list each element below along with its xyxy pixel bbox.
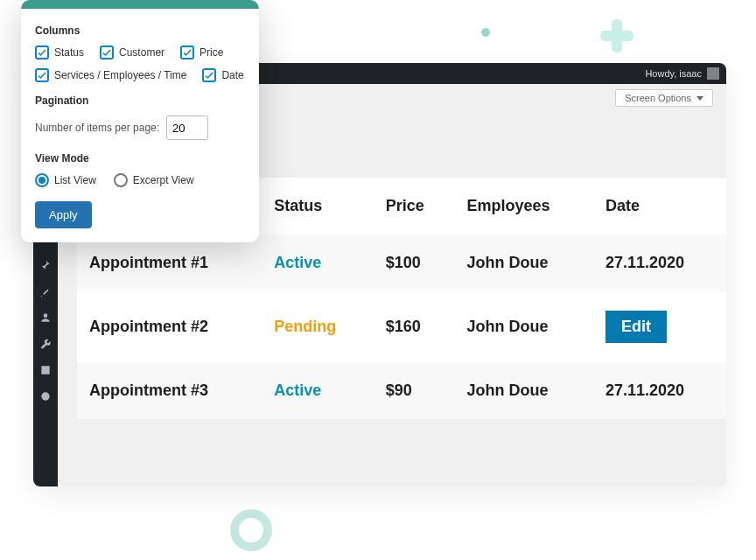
settings-icon[interactable]: [39, 364, 52, 376]
column-checkbox[interactable]: Customer: [100, 46, 164, 60]
columns-group: StatusCustomerPriceServices / Employees …: [35, 46, 245, 82]
col-price: Price: [374, 178, 455, 234]
radio-icon: [35, 173, 49, 187]
cell-employee: John Doue: [466, 254, 548, 271]
checkbox-icon: [202, 68, 216, 82]
radio-label: List View: [54, 174, 96, 186]
checkbox-icon: [35, 68, 49, 82]
wrench-icon[interactable]: [39, 338, 52, 350]
cell-price: $90: [386, 382, 412, 399]
screen-options-button[interactable]: Screen Options: [615, 89, 713, 107]
cell-title: Appointment #3: [89, 382, 208, 399]
decorative-plus: [600, 19, 634, 52]
per-page-label: Number of items per page:: [35, 122, 159, 134]
checkbox-label: Customer: [119, 46, 164, 59]
cell-status: Active: [274, 254, 321, 271]
svg-point-0: [41, 392, 49, 400]
view-mode-heading: View Mode: [35, 152, 245, 164]
caret-down-icon: [696, 96, 704, 101]
checkbox-label: Price: [200, 46, 223, 59]
pagination-heading: Pagination: [35, 94, 245, 107]
column-checkbox[interactable]: Status: [35, 46, 84, 60]
column-checkbox[interactable]: Services / Employees / Time: [35, 68, 186, 82]
cell-title: Appointment #1: [89, 254, 208, 271]
brush-icon[interactable]: [39, 285, 52, 298]
cell-employee: John Doue: [466, 318, 548, 335]
cell-title: Appointment #2: [89, 318, 208, 335]
panel-header-bar: [21, 0, 259, 9]
table-row[interactable]: Appointment #2 Pending $160 John Doue Ed…: [77, 291, 726, 362]
screen-options-label: Screen Options: [625, 93, 691, 103]
decorative-dot: [481, 28, 490, 37]
radio-icon: [114, 173, 128, 187]
cell-price: $100: [386, 254, 421, 271]
view-mode-radio[interactable]: List View: [35, 173, 96, 187]
checkbox-icon: [100, 46, 114, 60]
apply-button[interactable]: Apply: [35, 201, 92, 228]
howdy-label[interactable]: Howdy, isaac: [645, 68, 702, 79]
screen-options-panel: Columns StatusCustomerPriceServices / Em…: [21, 0, 259, 242]
columns-heading: Columns: [35, 24, 245, 37]
table-row[interactable]: Appointment #3 Active $90 John Doue 27.1…: [77, 362, 726, 419]
view-mode-group: List ViewExcerpt View: [35, 173, 245, 187]
cell-date: 27.11.2020: [606, 254, 684, 271]
pin-icon[interactable]: [39, 259, 52, 271]
checkbox-icon: [35, 46, 49, 60]
cell-status: Pending: [274, 318, 336, 335]
edit-button[interactable]: Edit: [606, 311, 667, 343]
table-row[interactable]: Appointment #1 Active $100 John Doue 27.…: [77, 234, 726, 291]
view-mode-radio[interactable]: Excerpt View: [114, 173, 194, 187]
cell-price: $160: [386, 318, 421, 335]
column-checkbox[interactable]: Date: [202, 68, 243, 82]
collapse-icon[interactable]: [39, 390, 52, 402]
per-page-input[interactable]: [166, 116, 208, 140]
cell-date: 27.11.2020: [606, 382, 684, 399]
cell-status: Active: [274, 382, 321, 399]
checkbox-icon: [180, 46, 194, 60]
column-checkbox[interactable]: Price: [180, 46, 223, 60]
col-employees: Employees: [454, 178, 592, 234]
radio-label: Excerpt View: [133, 174, 194, 186]
avatar-icon[interactable]: [707, 67, 719, 80]
checkbox-label: Date: [221, 69, 243, 81]
decorative-ring: [230, 509, 272, 551]
user-icon[interactable]: [39, 312, 52, 324]
col-date: Date: [593, 178, 726, 234]
col-status: Status: [262, 178, 373, 234]
checkbox-label: Status: [54, 46, 84, 59]
cell-employee: John Doue: [466, 382, 548, 399]
checkbox-label: Services / Employees / Time: [54, 69, 186, 81]
